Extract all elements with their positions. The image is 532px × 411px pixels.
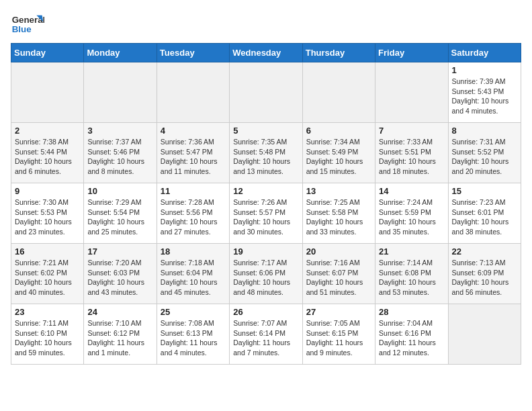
day-number: 6	[306, 126, 371, 136]
day-info: Sunrise: 7:36 AM Sunset: 5:47 PM Dayligh…	[161, 137, 226, 177]
weekday-header-thursday: Thursday	[302, 44, 375, 62]
weekday-header-sunday: Sunday	[11, 44, 84, 62]
day-info: Sunrise: 7:07 AM Sunset: 6:14 PM Dayligh…	[233, 318, 298, 358]
weekday-header-tuesday: Tuesday	[157, 44, 229, 62]
calendar-cell: 21Sunrise: 7:14 AM Sunset: 6:08 PM Dayli…	[375, 244, 448, 304]
calendar-body: 1Sunrise: 7:39 AM Sunset: 5:43 PM Daylig…	[11, 62, 521, 365]
day-info: Sunrise: 7:20 AM Sunset: 6:03 PM Dayligh…	[87, 258, 152, 298]
calendar-cell: 18Sunrise: 7:18 AM Sunset: 6:04 PM Dayli…	[157, 244, 229, 304]
day-info: Sunrise: 7:16 AM Sunset: 6:07 PM Dayligh…	[306, 258, 371, 298]
day-number: 21	[379, 246, 444, 257]
calendar-cell: 17Sunrise: 7:20 AM Sunset: 6:03 PM Dayli…	[84, 244, 157, 304]
calendar-table: SundayMondayTuesdayWednesdayThursdayFrid…	[11, 43, 521, 365]
day-info: Sunrise: 7:04 AM Sunset: 6:16 PM Dayligh…	[379, 318, 444, 358]
day-info: Sunrise: 7:10 AM Sunset: 6:12 PM Dayligh…	[87, 318, 152, 358]
calendar-cell	[375, 62, 448, 123]
day-info: Sunrise: 7:38 AM Sunset: 5:44 PM Dayligh…	[15, 137, 80, 177]
day-number: 8	[452, 126, 517, 136]
calendar-cell: 16Sunrise: 7:21 AM Sunset: 6:02 PM Dayli…	[11, 244, 84, 304]
calendar-cell	[157, 62, 229, 123]
svg-text:Blue: Blue	[12, 24, 32, 34]
calendar-cell: 20Sunrise: 7:16 AM Sunset: 6:07 PM Dayli…	[302, 244, 375, 304]
day-number: 9	[15, 186, 80, 196]
day-info: Sunrise: 7:33 AM Sunset: 5:51 PM Dayligh…	[379, 137, 444, 177]
day-number: 7	[379, 126, 444, 136]
calendar-cell: 28Sunrise: 7:04 AM Sunset: 6:16 PM Dayli…	[375, 304, 448, 365]
day-info: Sunrise: 7:24 AM Sunset: 5:59 PM Dayligh…	[379, 197, 444, 237]
day-info: Sunrise: 7:29 AM Sunset: 5:54 PM Dayligh…	[87, 197, 152, 237]
calendar-cell: 6Sunrise: 7:34 AM Sunset: 5:49 PM Daylig…	[302, 123, 375, 183]
weekday-header-saturday: Saturday	[448, 44, 521, 62]
calendar-week-3: 16Sunrise: 7:21 AM Sunset: 6:02 PM Dayli…	[11, 244, 521, 304]
calendar-cell: 8Sunrise: 7:31 AM Sunset: 5:52 PM Daylig…	[448, 123, 521, 183]
weekday-header-wednesday: Wednesday	[230, 44, 302, 62]
calendar-cell: 4Sunrise: 7:36 AM Sunset: 5:47 PM Daylig…	[157, 123, 229, 183]
weekday-header-monday: Monday	[84, 44, 157, 62]
day-number: 11	[161, 186, 226, 196]
day-number: 27	[306, 307, 371, 317]
calendar-cell: 9Sunrise: 7:30 AM Sunset: 5:53 PM Daylig…	[11, 183, 84, 244]
calendar-cell: 11Sunrise: 7:28 AM Sunset: 5:56 PM Dayli…	[157, 183, 229, 244]
day-number: 3	[87, 126, 152, 136]
day-number: 2	[15, 126, 80, 136]
day-number: 1	[452, 65, 517, 75]
day-number: 24	[87, 307, 152, 317]
day-info: Sunrise: 7:28 AM Sunset: 5:56 PM Dayligh…	[161, 197, 226, 237]
day-info: Sunrise: 7:11 AM Sunset: 6:10 PM Dayligh…	[15, 318, 80, 358]
calendar-cell: 3Sunrise: 7:37 AM Sunset: 5:46 PM Daylig…	[84, 123, 157, 183]
calendar-cell: 5Sunrise: 7:35 AM Sunset: 5:48 PM Daylig…	[230, 123, 302, 183]
day-number: 23	[15, 307, 80, 317]
logo: General Blue	[11, 11, 44, 38]
calendar-cell: 1Sunrise: 7:39 AM Sunset: 5:43 PM Daylig…	[448, 62, 521, 123]
day-info: Sunrise: 7:25 AM Sunset: 5:58 PM Dayligh…	[306, 197, 371, 237]
day-number: 12	[233, 186, 298, 196]
calendar-cell: 24Sunrise: 7:10 AM Sunset: 6:12 PM Dayli…	[84, 304, 157, 365]
calendar-cell	[302, 62, 375, 123]
calendar-cell: 2Sunrise: 7:38 AM Sunset: 5:44 PM Daylig…	[11, 123, 84, 183]
calendar-cell: 10Sunrise: 7:29 AM Sunset: 5:54 PM Dayli…	[84, 183, 157, 244]
calendar-header: SundayMondayTuesdayWednesdayThursdayFrid…	[11, 44, 521, 62]
day-info: Sunrise: 7:35 AM Sunset: 5:48 PM Dayligh…	[233, 137, 298, 177]
day-number: 18	[161, 246, 226, 257]
calendar-cell	[84, 62, 157, 123]
day-info: Sunrise: 7:39 AM Sunset: 5:43 PM Dayligh…	[452, 77, 517, 116]
calendar-cell: 27Sunrise: 7:05 AM Sunset: 6:15 PM Dayli…	[302, 304, 375, 365]
day-number: 14	[379, 186, 444, 196]
calendar-cell: 13Sunrise: 7:25 AM Sunset: 5:58 PM Dayli…	[302, 183, 375, 244]
weekday-header-friday: Friday	[375, 44, 448, 62]
calendar-cell: 25Sunrise: 7:08 AM Sunset: 6:13 PM Dayli…	[157, 304, 229, 365]
day-info: Sunrise: 7:18 AM Sunset: 6:04 PM Dayligh…	[161, 258, 226, 298]
day-number: 22	[452, 246, 517, 257]
calendar-cell	[448, 304, 521, 365]
calendar-cell	[11, 62, 84, 123]
day-number: 17	[87, 246, 152, 257]
calendar-week-0: 1Sunrise: 7:39 AM Sunset: 5:43 PM Daylig…	[11, 62, 521, 123]
calendar-cell: 23Sunrise: 7:11 AM Sunset: 6:10 PM Dayli…	[11, 304, 84, 365]
calendar-week-1: 2Sunrise: 7:38 AM Sunset: 5:44 PM Daylig…	[11, 123, 521, 183]
day-info: Sunrise: 7:14 AM Sunset: 6:08 PM Dayligh…	[379, 258, 444, 298]
calendar-cell: 14Sunrise: 7:24 AM Sunset: 5:59 PM Dayli…	[375, 183, 448, 244]
calendar-cell: 26Sunrise: 7:07 AM Sunset: 6:14 PM Dayli…	[230, 304, 302, 365]
day-number: 13	[306, 186, 371, 196]
calendar-cell: 19Sunrise: 7:17 AM Sunset: 6:06 PM Dayli…	[230, 244, 302, 304]
day-info: Sunrise: 7:21 AM Sunset: 6:02 PM Dayligh…	[15, 258, 80, 298]
calendar-cell: 7Sunrise: 7:33 AM Sunset: 5:51 PM Daylig…	[375, 123, 448, 183]
calendar-cell: 22Sunrise: 7:13 AM Sunset: 6:09 PM Dayli…	[448, 244, 521, 304]
day-info: Sunrise: 7:37 AM Sunset: 5:46 PM Dayligh…	[87, 137, 152, 177]
day-info: Sunrise: 7:34 AM Sunset: 5:49 PM Dayligh…	[306, 137, 371, 177]
page-header: General Blue	[11, 11, 521, 38]
day-info: Sunrise: 7:05 AM Sunset: 6:15 PM Dayligh…	[306, 318, 371, 358]
day-number: 10	[87, 186, 152, 196]
day-number: 19	[233, 246, 298, 257]
day-info: Sunrise: 7:23 AM Sunset: 6:01 PM Dayligh…	[452, 197, 517, 237]
logo-svg: General Blue	[11, 11, 44, 38]
day-number: 5	[233, 126, 298, 136]
day-number: 25	[161, 307, 226, 317]
calendar-cell	[230, 62, 302, 123]
day-number: 20	[306, 246, 371, 257]
day-info: Sunrise: 7:08 AM Sunset: 6:13 PM Dayligh…	[161, 318, 226, 358]
calendar-week-4: 23Sunrise: 7:11 AM Sunset: 6:10 PM Dayli…	[11, 304, 521, 365]
day-info: Sunrise: 7:17 AM Sunset: 6:06 PM Dayligh…	[233, 258, 298, 298]
day-number: 26	[233, 307, 298, 317]
day-number: 28	[379, 307, 444, 317]
